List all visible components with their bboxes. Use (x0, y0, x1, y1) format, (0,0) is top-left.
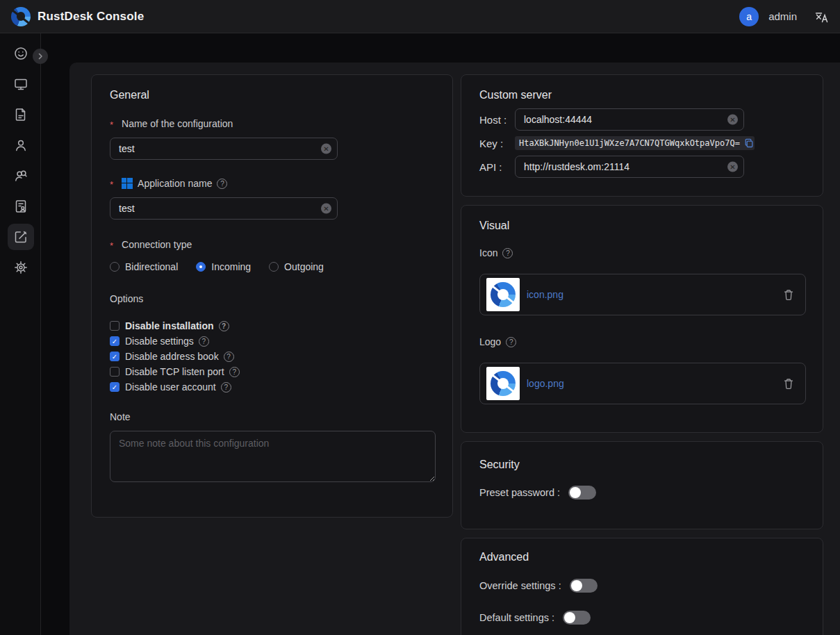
username[interactable]: admin (768, 10, 797, 22)
chevron-right-icon (37, 53, 44, 60)
security-title: Security (479, 459, 805, 471)
logo-label: Logo ? (479, 336, 805, 347)
security-card: Security Preset password : (461, 441, 823, 529)
edit-square-icon (13, 229, 28, 245)
custom-server-card: Custom server Host : ✕ Key : HtaXBkJNHyn… (461, 74, 823, 197)
option-disable-settings[interactable]: ✓ Disable settings ? (110, 333, 434, 349)
sidebar-item-user-search[interactable] (0, 160, 41, 191)
smiley-icon (13, 46, 28, 61)
sidebar-expand-button[interactable] (33, 49, 48, 64)
override-settings-label: Override settings : (479, 580, 561, 591)
host-label: Host : (479, 114, 515, 126)
main-panel: General Name of the configuration ✕ Appl… (69, 63, 840, 635)
default-settings-label: Default settings : (479, 612, 554, 623)
help-icon[interactable]: ? (229, 367, 240, 377)
general-card: General Name of the configuration ✕ Appl… (91, 74, 453, 518)
key-row: Key : HtaXBkJNHyn0e1U1jWXze7A7CN7QTGWqxk… (479, 136, 805, 150)
checkbox-icon: ✓ (110, 367, 120, 377)
trash-icon[interactable] (783, 289, 794, 301)
custom-server-title: Custom server (479, 89, 805, 101)
help-icon[interactable]: ? (506, 337, 516, 347)
help-icon[interactable]: ? (217, 179, 227, 189)
note-label: Note (110, 411, 434, 422)
sidebar-item-devices[interactable] (0, 69, 41, 99)
radio-circle-icon (269, 262, 279, 272)
sidebar-item-users[interactable] (0, 130, 41, 160)
sidebar-item-sessions[interactable] (0, 99, 41, 130)
help-icon[interactable]: ? (224, 352, 234, 362)
key-label: Key : (479, 138, 515, 149)
api-input[interactable] (515, 156, 744, 178)
icon-file-link[interactable]: icon.png (527, 289, 563, 300)
advanced-title: Advanced (479, 551, 805, 563)
document-icon (13, 107, 28, 122)
monitor-icon (13, 76, 28, 92)
config-name-field-wrap: ✕ (110, 138, 338, 160)
checkbox-icon: ✓ (110, 382, 120, 392)
user-avatar[interactable]: a (739, 7, 759, 26)
gear-icon (13, 260, 28, 275)
visual-card: Visual Icon ? icon.png (461, 205, 823, 433)
copy-icon[interactable] (744, 138, 754, 148)
option-disable-installation[interactable]: ✓ Disable installation ? (110, 318, 434, 333)
sidebar-item-address-books[interactable] (0, 191, 41, 222)
app-title: RustDesk Console (38, 10, 144, 24)
app-name-label: Application name ? (110, 178, 434, 189)
clear-icon[interactable]: ✕ (727, 115, 738, 125)
sidebar (0, 33, 41, 635)
clear-icon[interactable]: ✕ (321, 204, 331, 214)
user-icon (13, 138, 28, 153)
api-field-wrap: ✕ (515, 156, 744, 178)
host-row: Host : ✕ (479, 108, 805, 131)
radio-bidirectional[interactable]: Bidirectional (110, 261, 178, 272)
translate-icon[interactable] (814, 9, 829, 24)
option-disable-tcp-listen-port[interactable]: ✓ Disable TCP listen port ? (110, 364, 434, 379)
default-settings-toggle[interactable] (563, 611, 591, 625)
topbar: RustDesk Console a admin (0, 0, 840, 33)
help-icon[interactable]: ? (221, 382, 231, 393)
radio-incoming[interactable]: Incoming (196, 261, 251, 272)
icon-label: Icon ? (479, 247, 805, 258)
radio-outgoing[interactable]: Outgoing (269, 261, 324, 272)
host-input[interactable] (515, 108, 744, 131)
sidebar-item-settings[interactable] (0, 252, 41, 283)
api-label: API : (479, 161, 515, 173)
config-name-label: Name of the configuration (110, 118, 434, 129)
option-disable-user-account[interactable]: ✓ Disable user account ? (110, 379, 434, 395)
icon-file-box: icon.png (479, 274, 806, 315)
host-field-wrap: ✕ (515, 108, 744, 131)
logo-thumbnail (486, 367, 520, 400)
sidebar-item-custom-clients[interactable] (0, 222, 41, 252)
api-row: API : ✕ (479, 156, 805, 178)
logo-file-link[interactable]: logo.png (527, 378, 564, 389)
preset-password-row: Preset password : (479, 486, 805, 500)
app-name-field-wrap: ✕ (110, 197, 338, 220)
rustdesk-logo-icon (11, 7, 31, 26)
key-value: HtaXBkJNHyn0e1U1jWXze7A7CN7QTGWqxkOtpaVp… (519, 138, 740, 148)
logo-file-box: logo.png (479, 363, 806, 404)
checkbox-icon: ✓ (110, 352, 120, 361)
override-settings-row: Override settings : (479, 579, 805, 593)
help-icon[interactable]: ? (219, 321, 229, 331)
config-name-input[interactable] (110, 138, 338, 160)
clear-icon[interactable]: ✕ (321, 144, 331, 154)
default-settings-row: Default settings : (479, 611, 805, 625)
visual-title: Visual (479, 220, 805, 232)
trash-icon[interactable] (783, 378, 794, 390)
checkbox-icon: ✓ (110, 321, 120, 331)
connection-type-label: Connection type (110, 239, 434, 250)
note-textarea[interactable] (110, 431, 436, 482)
clear-icon[interactable]: ✕ (727, 162, 738, 172)
help-icon[interactable]: ? (199, 336, 209, 347)
option-disable-address-book[interactable]: ✓ Disable address book ? (110, 349, 434, 364)
brand: RustDesk Console (11, 7, 144, 26)
preset-password-label: Preset password : (479, 487, 560, 498)
checkbox-icon: ✓ (110, 336, 120, 346)
user-search-icon (13, 168, 28, 183)
app-name-input[interactable] (110, 197, 338, 220)
override-settings-toggle[interactable] (570, 579, 598, 593)
preset-password-toggle[interactable] (568, 486, 596, 500)
help-icon[interactable]: ? (502, 248, 513, 258)
radio-circle-icon (110, 262, 120, 272)
advanced-card: Advanced Override settings : Default set… (461, 538, 823, 635)
